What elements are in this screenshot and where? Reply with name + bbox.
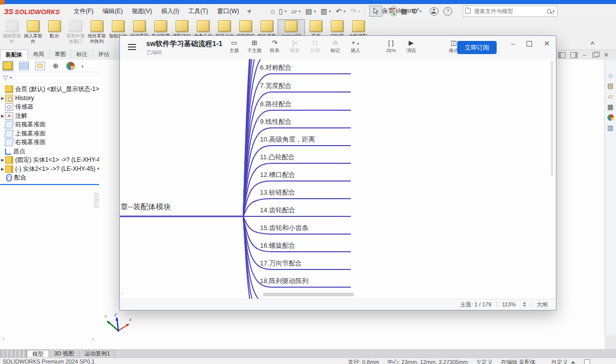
search-box[interactable]: ▼ (463, 6, 558, 17)
menu-item-2[interactable]: 视图(V) (127, 5, 157, 18)
doc-close-button[interactable]: ✕ (603, 51, 609, 59)
toolbar-topic-button[interactable]: ▭主题 (224, 38, 244, 54)
mindmap-topic[interactable]: 15.齿轮和小齿条 (260, 223, 309, 233)
toolbar-relationship-button[interactable]: ↷联系 (265, 38, 285, 54)
open-button[interactable]: ▱▼ (290, 7, 303, 16)
pin-icon[interactable]: ➤ (245, 7, 253, 15)
appearances-icon[interactable] (607, 114, 614, 121)
new-document-button[interactable]: ▯▼ (277, 7, 289, 16)
expand-arrow-icon[interactable]: ▶ (0, 167, 5, 171)
zoom-stepper[interactable] (523, 302, 526, 307)
file-explorer-icon[interactable]: ▱ (608, 93, 613, 100)
mindmap-topic[interactable]: 14.齿轮配合 (260, 206, 295, 215)
panel-flyout-handle[interactable]: ‹ (95, 193, 99, 207)
outline-button[interactable]: 大纲 (537, 301, 548, 308)
subscribe-button[interactable]: 立即订阅 (457, 41, 497, 54)
tab-scroll-stub[interactable] (0, 350, 27, 358)
canvas-horizontal-scrollbar[interactable] (263, 293, 354, 296)
expand-arrow-icon[interactable]: ▶ (0, 96, 5, 101)
tab-装配体[interactable]: 装配体 (0, 50, 28, 60)
expand-arrow-icon[interactable]: ▶ (0, 158, 5, 162)
menu-icon[interactable] (128, 44, 136, 50)
tree-root-row[interactable]: 合页 (默认) <默认_显示状态-1> (0, 85, 99, 94)
redo-button[interactable]: ↷▼ (349, 7, 363, 16)
doc-minimize-button[interactable]: – (583, 51, 586, 59)
tab-评估[interactable]: 评估 (93, 50, 115, 60)
toolbar-summary-button[interactable]: ]=概要 (285, 38, 305, 54)
expand-arrow-icon[interactable]: ▶ (0, 114, 5, 118)
propertymanager-icon[interactable] (19, 62, 29, 70)
customize-statusbar[interactable]: 自定义 (551, 358, 590, 364)
search-input[interactable] (473, 8, 547, 15)
save-button[interactable]: ▤▼ (304, 7, 318, 16)
mindmap-topic[interactable]: 13.铰链配合 (260, 188, 295, 197)
tree-item[interactable]: 传感器 (0, 103, 99, 112)
menu-item-5[interactable]: 窗口(W) (212, 5, 243, 18)
search-dropdown-icon[interactable]: ▼ (552, 10, 555, 13)
mindmap-topic[interactable]: 17.万向节配合 (260, 259, 302, 268)
tab-标注[interactable]: 标注 (71, 50, 93, 60)
mindmap-topic[interactable]: 18.阵列驱动阵列 (260, 277, 309, 286)
toolbar-boundary-button[interactable]: ◻外框 (305, 38, 325, 54)
panel-splitter[interactable] (0, 184, 99, 185)
configurationmanager-icon[interactable] (35, 62, 45, 70)
command-button[interactable]: 插入零部件 (23, 19, 43, 44)
home-button[interactable]: ⌂ (269, 7, 276, 16)
print-button[interactable]: ▥▼ (319, 7, 333, 16)
account-icon[interactable] (430, 7, 438, 16)
menu-item-0[interactable]: 文件(F) (69, 5, 98, 18)
custom-properties-icon[interactable]: ▥ (607, 124, 613, 131)
mindmap-topic[interactable]: 6.对称配合 (260, 63, 292, 72)
tree-item[interactable]: ▶A注解 (0, 112, 99, 121)
featuremanager-icon[interactable] (3, 62, 13, 70)
tree-item[interactable]: ▶(固定) 实体1<1> ->? (LE-XHY-45) (0, 156, 99, 165)
panel-horizontal-scrollbar[interactable]: ‹ › (0, 336, 99, 343)
doc-tab-3D 视图[interactable]: 3D 视图 (49, 350, 79, 358)
toolbar-subtopic-button[interactable]: ⊞子主题 (244, 38, 265, 54)
mindmap-topic[interactable]: 11.凸轮配合 (260, 153, 295, 162)
undo-button[interactable]: ↶▼ (334, 7, 348, 16)
command-button[interactable]: 编辑零部件 (2, 19, 22, 44)
home-icon[interactable]: ⌂ (608, 72, 612, 79)
menu-item-4[interactable]: 工具(T) (184, 5, 212, 18)
xmind-minimize-button[interactable]: – (511, 39, 515, 48)
command-button[interactable]: 线性零部件阵列 (86, 19, 107, 44)
design-library-icon[interactable]: ▤ (607, 82, 613, 89)
mindmap-topic[interactable]: 9.线性配合 (260, 117, 292, 126)
menu-item-1[interactable]: 编辑(E) (98, 5, 127, 18)
tree-item[interactable]: 前视基准面 (0, 120, 99, 129)
toolbar-marker-button[interactable]: ☆标记 (325, 38, 345, 54)
help-icon[interactable]: ? (444, 7, 452, 16)
tab-草图[interactable]: 草图 (50, 50, 71, 60)
mindmap-canvas[interactable]: 章--装配体模块 6.对称配合7.宽度配合8.路径配合9.线性配合10.高级角度… (120, 59, 555, 299)
canvas-vertical-scrollbar[interactable] (551, 61, 553, 176)
command-button[interactable]: 配合 (44, 19, 65, 44)
expand-tabs-icon[interactable]: › (81, 63, 83, 70)
tree-item[interactable]: 右视基准面 (0, 138, 99, 147)
mindmap-topic[interactable]: 10.高级角度，距离 (260, 135, 315, 144)
doc-tab-模型[interactable]: 模型 (27, 350, 49, 358)
scroll-right-icon[interactable]: › (92, 336, 94, 342)
tree-item[interactable]: 配合 (0, 173, 99, 183)
tree-filter[interactable]: ▽ ▼ (0, 72, 99, 83)
tree-item[interactable]: ▶History (0, 94, 99, 103)
pane-right-icon[interactable] (570, 52, 578, 58)
doc-tab-运动算例1[interactable]: 运动算例1 (79, 350, 115, 358)
tree-item[interactable]: 上视基准面 (0, 129, 99, 139)
mindmap-topic[interactable]: 16.螺旋配合 (260, 241, 295, 250)
toolbar-zen-button[interactable]: [ ]ZEN (381, 38, 401, 53)
pane-left-icon[interactable] (558, 52, 565, 58)
mindmap-topic[interactable]: 7.宽度配合 (260, 81, 292, 90)
zoom-level[interactable]: 113% (502, 301, 516, 307)
mindmap-topic[interactable]: 12.槽口配合 (260, 170, 295, 179)
toolbar-present-button[interactable]: ▶演说 (401, 38, 421, 54)
xmind-maximize-button[interactable] (526, 41, 532, 47)
displaymanager-icon[interactable] (66, 62, 75, 70)
toolbar-insert-button[interactable]: + ▼插入 (345, 38, 366, 54)
command-button[interactable]: 零部件预览窗口 (65, 19, 86, 44)
collapse-toolbar-chevron-icon[interactable]: ^ (591, 40, 594, 48)
tree-item[interactable]: 原点 (0, 147, 99, 156)
scroll-left-icon[interactable]: ‹ (3, 336, 5, 342)
tab-布局[interactable]: 布局 (28, 50, 50, 60)
tree-item[interactable]: ▶(-) 实体2<1> ->? (LE-XHY-45) << (0, 165, 99, 174)
